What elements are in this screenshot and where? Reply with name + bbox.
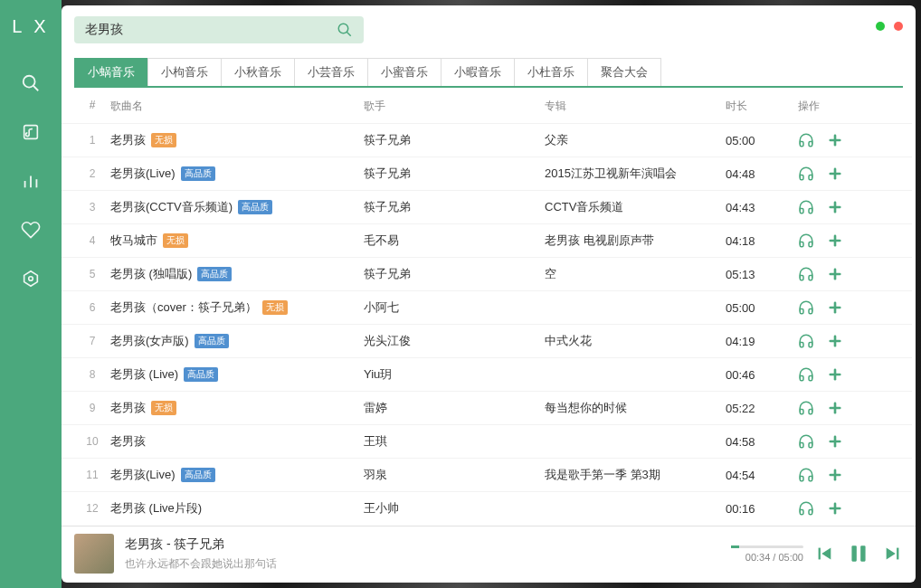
headphones-icon <box>798 366 814 383</box>
svg-rect-36 <box>851 545 856 561</box>
nav-library[interactable] <box>19 120 43 144</box>
row-index: 8 <box>74 368 110 381</box>
svg-marker-6 <box>24 271 38 287</box>
song-name: 老男孩 <box>110 400 146 416</box>
player-info: 老男孩 - 筷子兄弟 也许永远都不会跟她说出那句话 <box>125 536 720 572</box>
tab-source[interactable]: 小芸音乐 <box>294 58 368 86</box>
tab-source[interactable]: 小暇音乐 <box>441 58 515 86</box>
table-row[interactable]: 4牧马城市无损毛不易老男孩 电视剧原声带04:18 <box>62 223 912 257</box>
main-panel: 小蜗音乐小枸音乐小秋音乐小芸音乐小蜜音乐小暇音乐小杜音乐聚合大会 # 歌曲名 歌… <box>62 5 916 583</box>
quality-badge-hq: 高品质 <box>197 267 232 281</box>
table-row[interactable]: 6老男孩（cover：筷子兄弟）无损小阿七05:00 <box>62 290 912 324</box>
minimize-button[interactable] <box>876 22 885 31</box>
nav-charts[interactable] <box>19 169 43 193</box>
tab-source[interactable]: 小枸音乐 <box>147 58 222 86</box>
table-row[interactable]: 1老男孩无损筷子兄弟父亲05:00 <box>62 123 912 156</box>
album-art[interactable] <box>74 534 114 574</box>
headphones-icon <box>798 232 814 249</box>
add-action[interactable] <box>827 266 843 282</box>
add-action[interactable] <box>827 467 843 483</box>
quality-badge-hq: 高品质 <box>181 166 215 181</box>
song-name: 老男孩(Live) <box>110 166 176 182</box>
skip-back-icon <box>814 544 834 564</box>
svg-marker-38 <box>887 548 896 560</box>
quality-badge-lossless: 无损 <box>262 300 288 315</box>
table-row[interactable]: 10老男孩王琪04:58 <box>62 424 912 458</box>
next-button[interactable] <box>883 544 903 564</box>
player-lyric: 也许永远都不会跟她说出那句话 <box>125 556 720 572</box>
play-action[interactable] <box>798 333 814 349</box>
add-action[interactable] <box>827 500 843 517</box>
play-action[interactable] <box>798 366 814 383</box>
song-name: 老男孩(女声版) <box>110 333 189 349</box>
play-action[interactable] <box>798 299 814 316</box>
play-action[interactable] <box>798 266 814 282</box>
duration: 04:54 <box>726 469 798 482</box>
player-controls <box>814 542 903 565</box>
tab-source[interactable]: 小秋音乐 <box>221 58 295 86</box>
play-action[interactable] <box>798 500 814 517</box>
row-index: 4 <box>74 234 110 247</box>
close-button[interactable] <box>894 22 903 31</box>
plus-icon <box>827 299 843 316</box>
tab-source[interactable]: 小蜜音乐 <box>367 58 442 86</box>
quality-badge-hq: 高品质 <box>238 200 272 214</box>
song-name: 牧马城市 <box>110 232 157 249</box>
album-name: CCTV音乐频道 <box>545 199 726 215</box>
row-index: 3 <box>74 201 110 213</box>
table-row[interactable]: 7老男孩(女声版)高品质光头江俊中式火花04:19 <box>62 324 912 357</box>
table-row[interactable]: 11老男孩(Live)高品质羽泉我是歌手第一季 第3期04:54 <box>62 458 912 491</box>
table-row[interactable]: 2老男孩(Live)高品质筷子兄弟2015江苏卫视新年演唱会04:48 <box>62 156 912 190</box>
play-action[interactable] <box>798 132 814 148</box>
logo: L X <box>12 16 49 37</box>
add-action[interactable] <box>827 132 843 148</box>
duration: 05:00 <box>726 134 798 147</box>
add-action[interactable] <box>827 333 843 349</box>
headphones-icon <box>798 199 814 215</box>
play-action[interactable] <box>798 467 814 483</box>
add-action[interactable] <box>827 299 843 316</box>
add-action[interactable] <box>827 433 843 450</box>
plus-icon <box>827 467 843 483</box>
tab-source[interactable]: 小蜗音乐 <box>74 58 148 86</box>
table-row[interactable]: 5老男孩 (独唱版)高品质筷子兄弟空05:13 <box>62 257 912 290</box>
prev-button[interactable] <box>814 544 834 564</box>
table-row[interactable]: 8老男孩 (Live)高品质Yiu玥00:46 <box>62 357 912 391</box>
artist-name: 羽泉 <box>364 467 545 483</box>
table-header: # 歌曲名 歌手 专辑 时长 操作 <box>62 88 916 123</box>
add-action[interactable] <box>827 232 843 249</box>
nav-search[interactable] <box>19 71 43 95</box>
add-action[interactable] <box>827 400 843 416</box>
quality-badge-lossless: 无损 <box>151 133 176 147</box>
col-header-duration: 时长 <box>726 99 798 114</box>
add-action[interactable] <box>827 366 843 383</box>
album-name: 空 <box>545 266 726 282</box>
tab-source[interactable]: 聚合大会 <box>587 58 661 86</box>
table-row[interactable]: 3老男孩(CCTV音乐频道)高品质筷子兄弟CCTV音乐频道04:43 <box>62 190 912 223</box>
play-action[interactable] <box>798 166 814 182</box>
play-action[interactable] <box>798 400 814 416</box>
add-action[interactable] <box>827 166 843 182</box>
play-pause-button[interactable] <box>847 542 870 565</box>
search-input[interactable] <box>85 23 337 37</box>
nav-settings[interactable] <box>19 267 43 290</box>
play-action[interactable] <box>798 232 814 249</box>
tab-source[interactable]: 小杜音乐 <box>514 58 588 86</box>
col-header-artist: 歌手 <box>364 99 545 114</box>
table-row[interactable]: 9老男孩无损雷婷每当想你的时候05:22 <box>62 391 912 424</box>
search-button[interactable] <box>337 22 353 38</box>
plus-icon <box>827 199 843 215</box>
result-rows[interactable]: 1老男孩无损筷子兄弟父亲05:002老男孩(Live)高品质筷子兄弟2015江苏… <box>62 123 912 526</box>
progress-bar[interactable] <box>731 545 803 548</box>
artist-name: 小阿七 <box>364 299 545 316</box>
add-action[interactable] <box>827 199 843 215</box>
headphones-icon <box>798 467 814 483</box>
nav-favorites[interactable] <box>19 218 43 242</box>
play-action[interactable] <box>798 433 814 450</box>
duration: 04:18 <box>726 234 798 248</box>
row-index: 11 <box>74 469 110 481</box>
play-action[interactable] <box>798 199 814 215</box>
duration: 04:19 <box>726 335 798 348</box>
table-row[interactable]: 12老男孩 (Live片段)王小帅00:16 <box>62 491 912 525</box>
svg-line-9 <box>347 32 351 36</box>
